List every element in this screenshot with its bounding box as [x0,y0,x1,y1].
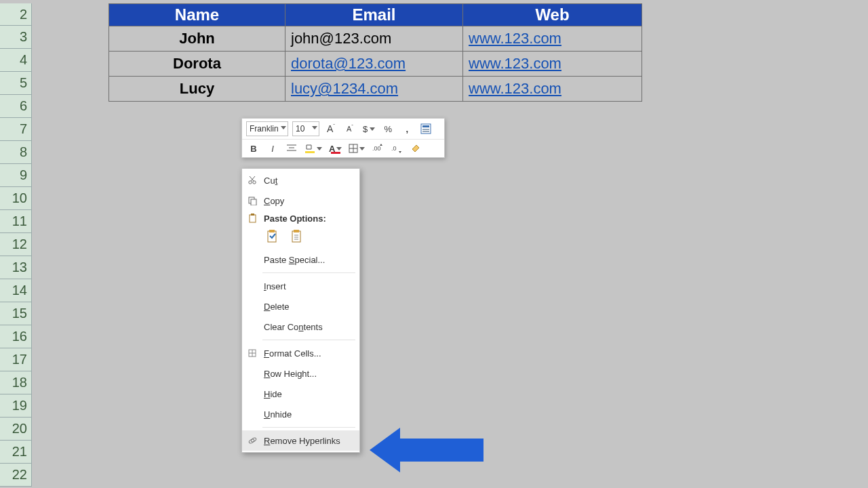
svg-rect-23 [269,230,275,232]
menu-hide-label: Hide [264,389,354,399]
cell-name[interactable]: Dorota [109,52,285,77]
menu-cut-label: Cut [264,176,354,186]
cell-email[interactable]: dorota@123.com [285,52,463,77]
font-color-button[interactable]: A [328,142,343,155]
row-header[interactable]: 16 [0,325,32,348]
context-menu: Cut Copy Paste Options: Paste Special... [241,168,360,453]
table-row: Dorotadorota@123.comwww.123.com [109,52,642,77]
cell-web[interactable]: www.123.com [463,77,642,102]
italic-button[interactable]: I [265,142,280,155]
fill-color-button[interactable] [303,142,323,155]
row-header[interactable]: 10 [0,187,32,210]
row-header[interactable]: 4 [0,49,32,72]
paste-values-button[interactable] [288,228,306,245]
menu-format-cells-label: Format Cells... [264,348,354,359]
svg-text:.0: .0 [391,145,397,152]
scissors-icon [246,176,258,185]
svg-rect-2 [422,129,429,130]
format-cells-icon [246,349,258,357]
svg-rect-3 [422,131,429,132]
comma-format-button[interactable]: , [399,123,414,135]
cell-name[interactable]: John [109,26,285,52]
row-header[interactable]: 2 [0,3,32,26]
row-header[interactable]: 12 [0,233,32,256]
row-header-column: 2345678910111213141516171819202122 [0,0,32,488]
row-header[interactable]: 21 [0,441,32,464]
font-name-value: Franklin [250,124,279,134]
align-center-button[interactable] [284,142,299,155]
menu-copy[interactable]: Copy [242,190,359,211]
font-size-value: 10 [296,124,304,134]
menu-unhide-label: Unhide [264,409,354,420]
cell-web[interactable]: www.123.com [463,52,642,77]
cell-email[interactable]: john@123.com [285,26,463,52]
row-header[interactable]: 19 [0,394,32,418]
conditional-format-button[interactable] [418,123,433,135]
clipboard-icon [246,214,258,223]
svg-rect-22 [268,231,276,242]
menu-insert[interactable]: Insert [242,276,359,296]
row-header[interactable]: 11 [0,210,32,233]
table-row: Johnjohn@123.comwww.123.com [109,26,642,52]
menu-paste-special[interactable]: Paste Special... [242,249,359,270]
decrease-decimal-button[interactable]: .0 [389,142,404,155]
menu-paste-options-label: Paste Options: [264,214,326,224]
svg-rect-25 [294,230,299,232]
table-row: Lucylucy@1234.comwww.123.com [109,77,642,102]
menu-cut[interactable]: Cut [242,170,359,190]
row-header[interactable]: 15 [0,302,32,325]
data-table: Name Email Web Johnjohn@123.comwww.123.c… [108,3,642,102]
font-name-selector[interactable]: Franklin [246,121,288,136]
grow-font-button[interactable]: Aˆ [323,123,338,135]
svg-rect-19 [251,199,256,205]
cell-name[interactable]: Lucy [109,77,285,102]
row-header[interactable]: 20 [0,418,32,441]
row-header[interactable]: 17 [0,348,32,371]
menu-remove-hyperlinks[interactable]: Remove Hyperlinks [242,430,359,451]
menu-copy-label: Copy [264,196,354,206]
col-header-web[interactable]: Web [463,4,642,26]
row-header[interactable]: 9 [0,164,32,187]
menu-format-cells[interactable]: Format Cells... [242,343,359,363]
row-header[interactable]: 3 [0,26,32,49]
paste-default-button[interactable] [264,228,281,245]
chevron-down-icon [281,126,286,129]
cell-web[interactable]: www.123.com [463,26,642,52]
menu-delete-label: Delete [264,302,354,312]
menu-hide[interactable]: Hide [242,384,359,404]
menu-paste-options-header: Paste Options: [242,211,359,224]
row-header[interactable]: 5 [0,72,32,95]
cell-email[interactable]: lucy@1234.com [285,77,463,102]
row-header[interactable]: 22 [0,464,32,487]
col-header-email[interactable]: Email [285,4,463,26]
row-header[interactable]: 8 [0,141,32,164]
borders-button[interactable] [347,142,366,155]
copy-icon [246,196,258,205]
increase-decimal-button[interactable]: .00 [370,142,385,155]
format-painter-button[interactable] [408,142,423,155]
row-header[interactable]: 6 [0,95,32,118]
font-size-selector[interactable]: 10 [292,121,319,136]
svg-rect-8 [331,152,340,154]
menu-separator [262,272,355,273]
svg-text:.00: .00 [372,145,381,152]
row-header[interactable]: 7 [0,118,32,141]
svg-point-14 [249,181,252,184]
menu-clear-contents[interactable]: Clear Contents [242,317,359,337]
menu-delete[interactable]: Delete [242,296,359,317]
svg-rect-7 [305,151,315,153]
table-header-row: Name Email Web [109,4,642,26]
menu-separator [262,427,355,428]
svg-rect-20 [250,215,256,222]
menu-unhide[interactable]: Unhide [242,404,359,424]
percent-format-button[interactable]: % [380,123,395,135]
col-header-name[interactable]: Name [109,4,285,26]
shrink-font-button[interactable]: Aˇ [342,123,357,135]
row-header[interactable]: 18 [0,371,32,394]
row-header[interactable]: 13 [0,256,32,279]
accounting-format-button[interactable]: $ [361,123,376,135]
bold-button[interactable]: B [246,142,261,155]
menu-clear-contents-label: Clear Contents [264,322,354,332]
menu-row-height[interactable]: Row Height... [242,363,359,384]
row-header[interactable]: 14 [0,279,32,302]
